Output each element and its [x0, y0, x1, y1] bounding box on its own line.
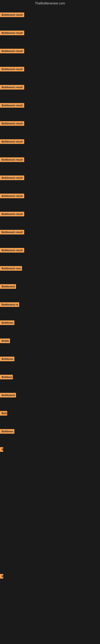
site-title: TheBottlenecker.com — [0, 0, 100, 7]
bottleneck-item: Bottleneck result — [0, 121, 24, 126]
bottleneck-badge[interactable]: Bottleneck result — [0, 212, 24, 216]
bottleneck-badge[interactable]: Bottlenec — [0, 429, 14, 434]
bottleneck-badge[interactable]: Bottleneck result — [0, 85, 24, 90]
bottleneck-item: Bott — [0, 411, 7, 416]
bottleneck-badge[interactable]: Bottleneck result — [0, 49, 24, 53]
bottleneck-item: Bottleneck result — [0, 67, 24, 72]
bottleneck-badge[interactable]: Bottleneck result — [0, 248, 24, 252]
bottleneck-item: Bottleneck result — [0, 230, 24, 235]
bottleneck-item: Bottlenec — [0, 356, 14, 362]
bottleneck-badge[interactable]: Bottleneck result — [0, 121, 24, 126]
bottleneck-badge[interactable]: Bottlene — [0, 375, 13, 379]
bottleneck-item: Bottlene — [0, 375, 13, 380]
bottleneck-badge[interactable]: Bottleneck result — [0, 12, 24, 17]
bottleneck-item: Bottleneck result — [0, 139, 24, 145]
bottleneck-item: Bottleneck — [0, 393, 16, 398]
bottleneck-item: Bottleneck result — [0, 49, 24, 54]
bottleneck-badge[interactable]: Bottleneck result — [0, 158, 24, 162]
bottleneck-badge[interactable]: Bottleneck resu — [0, 266, 22, 271]
bottleneck-item: Bottle — [0, 338, 10, 344]
bottleneck-item: Bottleneck result — [0, 12, 24, 18]
bottleneck-badge[interactable]: Bottleneck result — [0, 30, 24, 35]
bottleneck-item: Bottleneck result — [0, 30, 24, 36]
bottleneck-badge[interactable]: Bottle — [0, 338, 10, 343]
bottleneck-item: Bottleneck resu — [0, 266, 22, 272]
bottleneck-badge[interactable]: Bottleneck — [0, 393, 16, 398]
bottleneck-badge[interactable]: Bottleneck re — [0, 302, 19, 307]
bottleneck-item: Bottleneck result — [0, 212, 24, 217]
bottleneck-item: Bottlenec — [0, 429, 14, 434]
bottleneck-badge[interactable]: Bott — [0, 411, 7, 416]
bottleneck-badge[interactable]: B — [0, 574, 3, 578]
bottleneck-badge[interactable]: Bottlenec — [0, 356, 14, 361]
bottleneck-item: Bottleneck result — [0, 248, 24, 253]
bottleneck-badge[interactable]: Bottleneck — [0, 284, 16, 289]
bottleneck-item: Bottleneck result — [0, 158, 24, 163]
bottleneck-badge[interactable]: Bottleneck result — [0, 194, 24, 198]
bottleneck-item: Bottleneck result — [0, 176, 24, 181]
bottleneck-item: B — [0, 447, 3, 452]
bottleneck-item: Bottlenec — [0, 320, 14, 326]
bottleneck-badge[interactable]: Bottlenec — [0, 320, 14, 325]
bottleneck-item: Bottleneck result — [0, 194, 24, 199]
bottleneck-badge[interactable]: Bottleneck result — [0, 139, 24, 144]
bottleneck-badge[interactable]: Bottleneck result — [0, 67, 24, 72]
bottleneck-item: Bottleneck result — [0, 85, 24, 90]
bottleneck-item: Bottleneck re — [0, 302, 19, 308]
bottleneck-item: Bottleneck result — [0, 103, 24, 108]
bottleneck-badge[interactable]: B — [0, 447, 3, 452]
bottleneck-item: B — [0, 574, 3, 580]
bottleneck-badge[interactable]: Bottleneck result — [0, 103, 24, 108]
bottleneck-badge[interactable]: Bottleneck result — [0, 176, 24, 180]
bottleneck-badge[interactable]: Bottleneck result — [0, 230, 24, 234]
bottleneck-item: Bottleneck — [0, 284, 16, 290]
